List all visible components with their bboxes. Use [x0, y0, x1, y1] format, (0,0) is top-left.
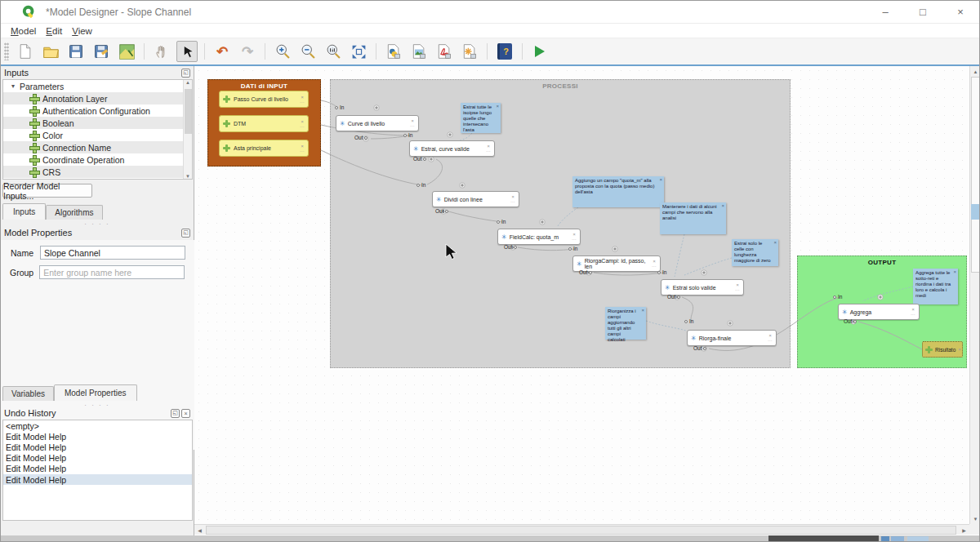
reorder-model-inputs-button[interactable]: Reorder Model Inputs... — [2, 184, 92, 198]
scroll-down-icon[interactable]: ▼ — [970, 513, 980, 524]
node-estrai-solo-valide[interactable]: ✳Estrai solo valide×… — [661, 279, 744, 295]
export-svg-button[interactable] — [459, 41, 480, 62]
in-port[interactable]: In — [568, 246, 577, 251]
node-buttons[interactable]: ×… — [768, 334, 773, 342]
tree-item-authentication-configuration[interactable]: Authentication Configuration — [3, 104, 192, 117]
model-output-risultato[interactable]: Risultato× — [922, 341, 963, 358]
toolbar-grip[interactable] — [4, 42, 9, 60]
comment-box[interactable]: ×Estrai solo le celle con lunghezza magg… — [732, 239, 778, 266]
node-riorga-finale[interactable]: ✳Riorga-finale×… — [687, 330, 777, 346]
title-bar[interactable]: *Model Designer - Slope Channel – □ × — [1, 1, 979, 24]
menu-model[interactable]: Model — [9, 26, 44, 36]
tree-item-boolean[interactable]: Boolean — [3, 117, 192, 129]
undo-item-selected[interactable]: Edit Model Help — [3, 474, 192, 485]
maximize-button[interactable]: □ — [904, 1, 942, 23]
node-dividi-con-linee[interactable]: ✳Dividi con linee×… — [432, 191, 519, 207]
node-curve-di-livello[interactable]: ✳Curve di livello×… — [336, 115, 419, 131]
node-buttons[interactable]: ×… — [572, 233, 577, 241]
new-model-button[interactable] — [15, 41, 36, 62]
in-port[interactable]: In — [416, 182, 425, 188]
scroll-down-icon[interactable]: ▼ — [185, 174, 190, 179]
out-port[interactable]: Out — [844, 318, 857, 324]
undo-button[interactable]: ↶ — [212, 41, 233, 62]
zoom-actual-button[interactable] — [323, 41, 344, 62]
scroll-left-icon[interactable]: ◀ — [194, 525, 205, 535]
comment-box[interactable]: ×Estrai tutte le isoipse lungo quelle ch… — [461, 103, 501, 133]
comment-box[interactable]: ×Aggrega tutte le sotto-reti e riordina … — [913, 269, 958, 304]
node-buttons[interactable]: ×… — [486, 144, 491, 153]
tree-item-coordinate-operation[interactable]: Coordinate Operation — [3, 153, 192, 166]
out-port[interactable]: Out — [413, 156, 426, 162]
close-comment-icon[interactable]: × — [496, 104, 499, 109]
horizontal-scrollbar[interactable]: ◀ ▶ — [194, 524, 969, 535]
tree-item-color[interactable]: Color — [3, 129, 192, 141]
in-port[interactable]: In — [403, 132, 412, 138]
zoom-full-button[interactable] — [348, 41, 369, 62]
undo-item[interactable]: Edit Model Help — [3, 453, 192, 464]
menu-edit[interactable]: Edit — [44, 26, 70, 36]
select-tool-button[interactable] — [176, 41, 198, 62]
in-port[interactable]: In — [833, 294, 842, 300]
scrollbar-thumb[interactable] — [971, 77, 980, 273]
out-port[interactable]: Out — [667, 294, 680, 300]
close-comment-icon[interactable]: × — [641, 308, 644, 313]
help-button[interactable]: ? — [494, 41, 515, 62]
model-canvas[interactable]: DATI di INPUT PROCESSI OUTPUT — [194, 66, 969, 524]
tab-model-properties[interactable]: Model Properties — [54, 384, 137, 401]
export-image-button[interactable] — [408, 41, 430, 62]
tab-variables[interactable]: Variables — [2, 386, 54, 401]
node-aggrega[interactable]: ✳Aggrega×… — [838, 304, 920, 320]
out-port[interactable]: Out — [693, 345, 706, 351]
menu-view[interactable]: View — [70, 26, 100, 36]
minimize-button[interactable]: – — [866, 1, 904, 23]
comment-box[interactable]: ×Riorganizza i campi aggiornando tutti g… — [605, 307, 646, 340]
in-port[interactable]: In — [335, 104, 344, 110]
undo-item[interactable]: Edit Model Help — [3, 464, 192, 474]
undo-item[interactable]: Edit Model Help — [3, 442, 192, 452]
export-pdf-button[interactable] — [434, 41, 455, 62]
item-buttons[interactable]: ×… — [300, 144, 305, 153]
inputs-tree[interactable]: ▾ Parameters Annotation Layer Authentica… — [2, 79, 193, 180]
tab-inputs[interactable]: Inputs — [2, 203, 46, 220]
item-buttons[interactable]: ×… — [300, 96, 305, 104]
close-comment-icon[interactable]: × — [659, 177, 662, 183]
node-buttons[interactable]: ×… — [735, 283, 740, 291]
scroll-up-icon[interactable]: ▲ — [185, 80, 190, 85]
save-model-button[interactable] — [65, 41, 87, 62]
out-port[interactable]: Out — [579, 269, 592, 275]
scrollbar-thumb[interactable] — [206, 526, 956, 535]
node-fieldcalc-quota-m[interactable]: ✳FieldCalc: quota_m×… — [497, 229, 581, 245]
close-panel-icon[interactable]: × — [181, 409, 190, 418]
item-buttons[interactable]: ×… — [300, 120, 305, 128]
float-panel-icon[interactable]: ◱ — [181, 69, 190, 78]
comment-box[interactable]: ×Mantenere i dati di alcuni campi che se… — [660, 202, 726, 234]
model-input-dtm[interactable]: DTM×… — [219, 115, 309, 132]
out-port[interactable]: Out — [354, 135, 368, 140]
export-python-button[interactable] — [383, 41, 404, 62]
scroll-right-icon[interactable]: ▶ — [959, 525, 969, 535]
tree-item-annotation-layer[interactable]: Annotation Layer — [3, 92, 192, 104]
zoom-out-button[interactable] — [297, 41, 318, 62]
undo-history-list[interactable]: <empty> Edit Model Help Edit Model Help … — [2, 420, 193, 521]
zoom-in-button[interactable] — [272, 41, 293, 62]
pan-tool-button[interactable] — [151, 41, 172, 62]
in-port[interactable]: In — [684, 318, 693, 324]
tree-scrollbar[interactable]: ▲ ▼ — [183, 80, 192, 179]
node-estrai-curve-valide[interactable]: ✳Estrai, curve valide×… — [409, 140, 495, 157]
tree-item-crs[interactable]: CRS — [3, 166, 192, 178]
redo-button[interactable]: ↷ — [237, 41, 258, 62]
tree-item-connection-name[interactable]: Connection Name — [3, 141, 192, 153]
node-buttons[interactable]: ×… — [911, 308, 915, 316]
float-panel-icon[interactable]: ◱ — [171, 409, 180, 418]
out-port[interactable]: Out — [435, 208, 448, 214]
model-group-input[interactable] — [39, 265, 185, 279]
close-comment-icon[interactable]: × — [773, 240, 777, 246]
tree-root-row[interactable]: ▾ Parameters — [3, 80, 192, 92]
in-port[interactable]: In — [497, 219, 506, 224]
comment-box[interactable]: ×Aggiungo un campo "quota_m" alla propos… — [572, 176, 664, 207]
model-input-asta-principale[interactable]: Asta principale×… — [219, 140, 309, 157]
tab-algorithms[interactable]: Algorithms — [46, 205, 102, 220]
expander-icon[interactable]: ▾ — [11, 82, 20, 90]
close-comment-icon[interactable]: × — [953, 269, 956, 275]
scroll-up-icon[interactable]: ▲ — [970, 66, 980, 77]
